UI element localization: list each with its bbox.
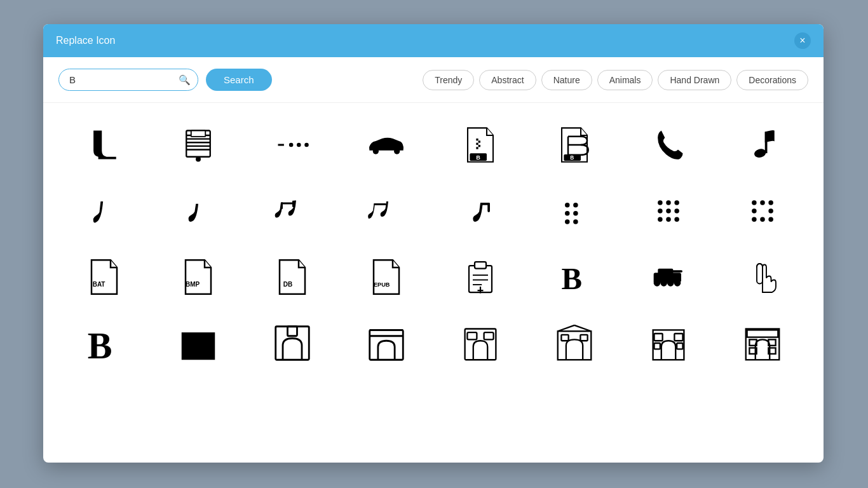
icon-clipboard-iv[interactable]	[435, 245, 526, 309]
svg-point-38	[565, 211, 570, 216]
svg-rect-17	[476, 143, 478, 145]
svg-point-58	[768, 217, 773, 222]
svg-rect-90	[580, 335, 587, 341]
svg-rect-19	[476, 147, 478, 149]
icon-hand-stop[interactable]	[717, 245, 808, 309]
svg-point-54	[752, 208, 757, 214]
svg-point-55	[768, 208, 773, 214]
icon-music-note-2[interactable]	[58, 179, 150, 243]
svg-point-50	[674, 217, 679, 222]
svg-point-43	[666, 200, 671, 205]
modal-header: Replace Icon ×	[43, 24, 824, 57]
svg-rect-80	[276, 327, 309, 360]
svg-point-57	[760, 217, 765, 222]
svg-point-39	[573, 211, 578, 216]
svg-point-53	[768, 200, 773, 205]
icon-db-file[interactable]: DB	[247, 245, 338, 309]
icon-zip-b1[interactable]: B	[435, 113, 526, 177]
icon-book[interactable]	[153, 113, 244, 177]
icon-music-notes-double[interactable]	[247, 179, 338, 243]
svg-point-37	[573, 203, 578, 208]
svg-rect-71	[670, 270, 682, 272]
icon-car[interactable]	[341, 113, 432, 177]
svg-point-45	[658, 208, 663, 214]
svg-point-52	[760, 200, 765, 205]
icon-bat-file[interactable]: BAT	[58, 245, 150, 309]
icon-arch-building-4[interactable]	[529, 311, 620, 375]
filter-tags: Trendy Abstract Nature Animals Hand Draw…	[423, 70, 808, 90]
svg-rect-35	[487, 203, 490, 212]
icon-dots-grid-1[interactable]	[529, 179, 620, 243]
svg-rect-99	[747, 330, 778, 337]
svg-text:B: B	[476, 154, 480, 161]
icon-arch-building-5[interactable]	[623, 311, 714, 375]
icon-dots-grid-2[interactable]	[623, 179, 714, 243]
icon-music-notes-pair[interactable]	[341, 179, 432, 243]
icon-phone[interactable]	[623, 113, 714, 177]
filter-trendy[interactable]: Trendy	[423, 70, 474, 90]
icon-tank[interactable]	[623, 245, 714, 309]
modal-title: Replace Icon	[56, 35, 115, 46]
svg-rect-33	[374, 203, 387, 205]
icon-ellipsis[interactable]	[247, 113, 338, 177]
svg-text:BAT: BAT	[93, 281, 105, 288]
svg-rect-85	[465, 329, 496, 360]
svg-rect-29	[765, 132, 768, 153]
filter-abstract[interactable]: Abstract	[479, 70, 536, 90]
icon-bmp-file[interactable]: BMP	[153, 245, 244, 309]
icon-dots-grid-3[interactable]	[717, 179, 808, 243]
filter-hand-drawn[interactable]: Hand Drawn	[658, 70, 731, 90]
filter-animals[interactable]: Animals	[597, 70, 653, 90]
svg-rect-97	[677, 343, 682, 349]
svg-line-92	[574, 325, 591, 331]
icon-epub-file[interactable]: EPUB	[341, 245, 432, 309]
svg-point-7	[196, 158, 200, 161]
svg-point-9	[289, 143, 294, 147]
svg-point-40	[565, 219, 570, 224]
modal-toolbar: 🔍 Search Trendy Abstract Nature Animals …	[43, 57, 824, 103]
svg-rect-76	[654, 280, 680, 282]
search-button[interactable]: Search	[206, 69, 272, 91]
svg-rect-89	[561, 335, 568, 341]
svg-point-11	[304, 143, 309, 147]
icon-music-note-1[interactable]	[717, 113, 808, 177]
svg-rect-64	[475, 262, 486, 269]
icon-arch-building-1[interactable]	[247, 311, 338, 375]
svg-text:B: B	[561, 262, 582, 296]
icon-music-note-3[interactable]	[153, 179, 244, 243]
svg-rect-6	[191, 131, 206, 137]
svg-rect-14	[369, 146, 403, 149]
icon-bold-serif-b[interactable]: B	[58, 311, 150, 375]
svg-rect-95	[674, 334, 682, 341]
svg-rect-87	[484, 332, 494, 339]
replace-icon-modal: Replace Icon × 🔍 Search Trendy Abstract …	[43, 24, 824, 463]
icon-black-square[interactable]	[153, 311, 244, 375]
svg-rect-31	[281, 203, 283, 210]
icon-bold-b[interactable]: B	[529, 245, 620, 309]
icon-zip-b2[interactable]: B	[529, 113, 620, 177]
svg-line-91	[558, 325, 574, 331]
icon-arch-building-3[interactable]	[435, 311, 526, 375]
search-input[interactable]	[58, 69, 198, 91]
svg-rect-81	[288, 327, 297, 336]
filter-nature[interactable]: Nature	[541, 70, 592, 90]
search-input-wrap: 🔍	[58, 69, 198, 91]
svg-text:B: B	[570, 154, 574, 161]
svg-rect-79	[182, 332, 215, 360]
svg-point-36	[565, 203, 570, 208]
filter-decorations[interactable]: Decorations	[736, 70, 808, 90]
svg-point-44	[674, 200, 679, 205]
svg-point-56	[752, 217, 757, 222]
svg-point-48	[658, 217, 663, 222]
icon-arch-building-6[interactable]	[717, 311, 808, 375]
icon-grid-container[interactable]: B B	[43, 103, 824, 463]
close-button[interactable]: ×	[794, 32, 811, 49]
svg-point-46	[666, 208, 671, 214]
svg-point-10	[297, 143, 301, 147]
icon-music-note-small[interactable]	[435, 179, 526, 243]
svg-rect-96	[654, 343, 660, 349]
icon-boot[interactable]	[58, 113, 150, 177]
svg-rect-30	[281, 203, 294, 205]
svg-rect-94	[654, 334, 663, 341]
icon-arch-building-2[interactable]	[341, 311, 432, 375]
